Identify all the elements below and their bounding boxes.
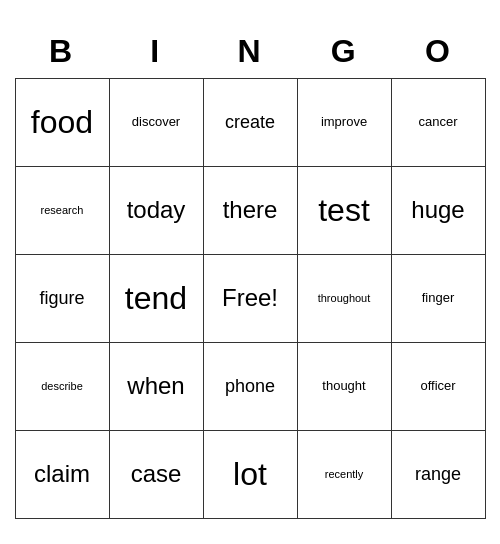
- header-letter-o: O: [391, 25, 485, 78]
- cell-r1-c3: test: [297, 167, 391, 255]
- header-letter-g: G: [297, 25, 391, 78]
- cell-text: tend: [114, 281, 199, 316]
- cell-r1-c2: there: [203, 167, 297, 255]
- table-row: fooddiscovercreateimprovecancer: [15, 79, 485, 167]
- cell-text: test: [302, 193, 387, 228]
- cell-r4-c1: case: [109, 431, 203, 519]
- cell-text: officer: [396, 379, 481, 393]
- table-row: claimcaselotrecentlyrange: [15, 431, 485, 519]
- cell-text: describe: [20, 380, 105, 392]
- cell-text: create: [208, 113, 293, 133]
- cell-r0-c3: improve: [297, 79, 391, 167]
- cell-text: lot: [208, 457, 293, 492]
- cell-r0-c2: create: [203, 79, 297, 167]
- cell-r2-c4: finger: [391, 255, 485, 343]
- table-row: describewhenphonethoughtofficer: [15, 343, 485, 431]
- cell-text: cancer: [396, 115, 481, 129]
- header-letter-n: N: [203, 25, 297, 78]
- cell-text: huge: [396, 197, 481, 223]
- bingo-grid: fooddiscovercreateimprovecancerresearcht…: [15, 78, 486, 519]
- cell-r2-c1: tend: [109, 255, 203, 343]
- cell-text: finger: [396, 291, 481, 305]
- table-row: figuretendFree!throughoutfinger: [15, 255, 485, 343]
- cell-text: when: [114, 373, 199, 399]
- cell-r0-c1: discover: [109, 79, 203, 167]
- cell-r0-c0: food: [15, 79, 109, 167]
- cell-r3-c1: when: [109, 343, 203, 431]
- cell-text: Free!: [208, 285, 293, 311]
- header-letter-i: I: [109, 25, 203, 78]
- table-row: researchtodaytheretesthuge: [15, 167, 485, 255]
- cell-r3-c3: thought: [297, 343, 391, 431]
- cell-text: case: [114, 461, 199, 487]
- cell-r3-c2: phone: [203, 343, 297, 431]
- header-letter-b: B: [15, 25, 109, 78]
- cell-r3-c0: describe: [15, 343, 109, 431]
- bingo-card-container: BINGO fooddiscovercreateimprovecancerres…: [15, 25, 486, 519]
- cell-text: food: [20, 105, 105, 140]
- bingo-header: BINGO: [15, 25, 486, 78]
- cell-text: claim: [20, 461, 105, 487]
- cell-r1-c0: research: [15, 167, 109, 255]
- cell-r4-c4: range: [391, 431, 485, 519]
- cell-r1-c4: huge: [391, 167, 485, 255]
- cell-r1-c1: today: [109, 167, 203, 255]
- cell-text: phone: [208, 377, 293, 397]
- cell-r4-c3: recently: [297, 431, 391, 519]
- cell-r2-c2: Free!: [203, 255, 297, 343]
- cell-r4-c2: lot: [203, 431, 297, 519]
- cell-r0-c4: cancer: [391, 79, 485, 167]
- cell-r3-c4: officer: [391, 343, 485, 431]
- cell-r2-c3: throughout: [297, 255, 391, 343]
- cell-text: improve: [302, 115, 387, 129]
- cell-text: thought: [302, 379, 387, 393]
- cell-r4-c0: claim: [15, 431, 109, 519]
- cell-text: throughout: [302, 292, 387, 304]
- cell-text: there: [208, 197, 293, 223]
- cell-text: range: [396, 465, 481, 485]
- cell-text: figure: [20, 289, 105, 309]
- cell-r2-c0: figure: [15, 255, 109, 343]
- cell-text: research: [20, 204, 105, 216]
- cell-text: discover: [114, 115, 199, 129]
- cell-text: today: [114, 197, 199, 223]
- cell-text: recently: [302, 468, 387, 480]
